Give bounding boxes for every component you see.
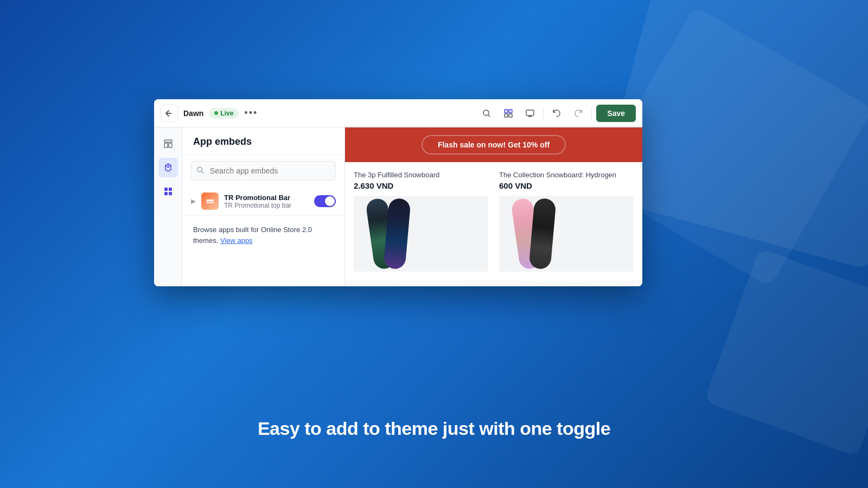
app-embed-item: ▶ TR Promotional Bar TR Promotional top … xyxy=(182,187,344,216)
app-name: TR Promotional Bar xyxy=(224,194,309,202)
product-name-2: The Collection Snowboard: Hydrogen xyxy=(499,171,634,179)
browse-text: Browse apps built for Online Store 2.0 t… xyxy=(182,216,344,254)
live-dot xyxy=(214,111,218,115)
panel-title: App embeds xyxy=(193,136,334,147)
svg-rect-11 xyxy=(169,188,172,191)
product-image-2 xyxy=(499,196,634,272)
expand-arrow[interactable]: ▶ xyxy=(191,197,196,205)
theme-name: Dawn xyxy=(183,109,203,118)
panel-header: App embeds xyxy=(182,127,344,155)
save-button[interactable]: Save xyxy=(596,105,636,122)
app-icon xyxy=(201,192,219,210)
svg-rect-10 xyxy=(164,188,168,191)
live-badge: Live xyxy=(209,108,239,119)
sidebar-item-sections[interactable] xyxy=(158,134,178,153)
svg-rect-2 xyxy=(505,110,508,113)
sidebar-item-apps[interactable] xyxy=(158,158,178,177)
product-image-1 xyxy=(354,196,488,272)
svg-rect-4 xyxy=(505,114,508,117)
view-apps-link[interactable]: View apps xyxy=(220,236,253,245)
product-card-2: The Collection Snowboard: Hydrogen 600 V… xyxy=(499,171,634,272)
product-price-1: 2.630 VND xyxy=(354,181,488,190)
toolbar-right: Save xyxy=(478,105,636,122)
desktop-view-button[interactable] xyxy=(521,105,539,122)
preview-area: Flash sale on now! Get 10% off The 3p Fu… xyxy=(345,127,642,286)
left-panel: App embeds ▶ xyxy=(182,127,345,286)
svg-rect-15 xyxy=(206,200,214,201)
editor-body: App embeds ▶ xyxy=(154,127,642,286)
back-button[interactable] xyxy=(161,105,178,122)
svg-rect-16 xyxy=(206,202,214,203)
svg-rect-8 xyxy=(164,143,168,147)
toolbar-divider-2 xyxy=(591,107,592,120)
app-subtitle: TR Promotional top bar xyxy=(224,202,309,209)
toolbar-divider xyxy=(543,107,544,120)
redo-button[interactable] xyxy=(570,105,587,122)
toolbar: Dawn Live ••• xyxy=(154,99,642,127)
tagline: Easy to add to theme just with one toggl… xyxy=(0,418,868,439)
app-info: TR Promotional Bar TR Promotional top ba… xyxy=(224,194,309,209)
product-card-1: The 3p Fulfilled Snowboard 2.630 VND xyxy=(354,171,488,272)
svg-rect-5 xyxy=(509,114,512,117)
more-menu-button[interactable]: ••• xyxy=(244,107,258,119)
search-icon xyxy=(196,166,204,176)
svg-rect-6 xyxy=(526,110,534,115)
search-input[interactable] xyxy=(191,161,336,181)
undo-button[interactable] xyxy=(548,105,565,122)
svg-rect-12 xyxy=(164,192,168,195)
editor-window: Dawn Live ••• xyxy=(154,99,642,286)
svg-point-14 xyxy=(197,167,202,172)
app-toggle[interactable] xyxy=(314,195,336,207)
svg-rect-7 xyxy=(164,140,172,142)
product-name-1: The 3p Fulfilled Snowboard xyxy=(354,171,488,179)
toolbar-left: Dawn Live ••• xyxy=(161,105,473,122)
flash-banner-text: Flash sale on now! Get 10% off xyxy=(422,135,566,155)
flash-banner: Flash sale on now! Get 10% off xyxy=(345,127,642,162)
multi-select-button[interactable] xyxy=(500,105,517,122)
search-container xyxy=(191,161,336,181)
product-price-2: 600 VND xyxy=(499,181,634,190)
products-grid: The 3p Fulfilled Snowboard 2.630 VND The… xyxy=(345,162,642,280)
search-button[interactable] xyxy=(478,105,495,122)
svg-rect-3 xyxy=(509,110,512,113)
svg-rect-13 xyxy=(169,192,172,195)
toggle-thumb xyxy=(325,196,335,206)
svg-rect-9 xyxy=(169,143,172,147)
sidebar-icons xyxy=(154,127,182,286)
sidebar-item-add[interactable] xyxy=(158,182,178,201)
